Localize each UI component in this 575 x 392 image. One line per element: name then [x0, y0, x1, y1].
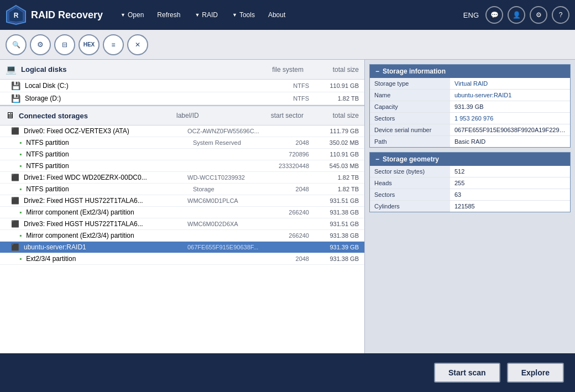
- close-toolbar-btn[interactable]: ✕: [127, 34, 148, 55]
- drive1-size: 1.82 TB: [309, 174, 359, 181]
- partition-icon: ▪: [19, 232, 22, 239]
- drive-icon: ⬛: [11, 220, 19, 228]
- drive0-part1[interactable]: ▪ NTFS partition 720896 110.91 GB: [0, 149, 364, 160]
- part-size: 350.02 MB: [309, 139, 359, 146]
- settings-button[interactable]: ⚙: [530, 6, 547, 24]
- bottom-bar: Start scan Explore: [0, 353, 575, 392]
- account-button[interactable]: 👤: [508, 6, 525, 24]
- menu-raid[interactable]: ▼ RAID: [188, 8, 223, 22]
- close-icon: ✕: [135, 41, 140, 49]
- search-icon: 🔍: [12, 41, 20, 49]
- scan-icon: ⚙: [37, 40, 44, 49]
- drive0-part0[interactable]: ▪ NTFS partition System Reserved 2048 35…: [0, 137, 364, 149]
- connected-storages-header: 🖥 Connected storages label/ID start sect…: [0, 105, 364, 126]
- storage-geometry-header: − Storage geometry: [370, 153, 570, 166]
- raid1-row[interactable]: ⬛ ubuntu-server:RAID1 067FE655F915E90638…: [0, 242, 364, 253]
- drive3-row[interactable]: ⬛ Drive3: Fixed HGST HUS722T1TALA6... WM…: [0, 218, 364, 230]
- cylinders-value: 121585: [450, 201, 570, 212]
- list-toolbar-btn[interactable]: ≡: [103, 34, 124, 55]
- partition-icon: ▪: [19, 255, 22, 263]
- sector-size-value: 512: [450, 166, 570, 177]
- storage-type-label: Storage type: [370, 78, 450, 89]
- serial-row: Device serial number 067FE655F915E90638F…: [370, 124, 570, 136]
- part-size: 931.38 GB: [309, 209, 359, 216]
- storage-type-row: Storage type Virtual RAID: [370, 78, 570, 90]
- language-label: ENG: [463, 11, 479, 19]
- part-name: Ext2/3/4 partition: [26, 255, 193, 263]
- help-button[interactable]: ?: [552, 6, 569, 24]
- partition-icon: ▪: [19, 208, 22, 216]
- part-size: 1.82 TB: [309, 186, 359, 192]
- capacity-row: Capacity 931.39 GB: [370, 101, 570, 113]
- drive3-part0[interactable]: ▪ Mirror component (Ext2/3/4) partition …: [0, 230, 364, 242]
- partition-icon: ▪: [19, 185, 22, 193]
- drive0-label: OCZ-AWNZ0FW55696C...: [187, 128, 259, 134]
- logical-disk-c[interactable]: 💾 Local Disk (C:) NTFS 110.91 GB: [0, 80, 364, 92]
- part-size: 931.38 GB: [309, 255, 359, 262]
- logical-disks-title: Logical disks: [21, 65, 259, 74]
- path-value: Basic RAID: [450, 136, 570, 147]
- storage-info-section: − Storage information Storage type Virtu…: [369, 64, 571, 148]
- app-title: RAID Recovery: [31, 9, 103, 21]
- heads-row: Heads 255: [370, 177, 570, 189]
- hex-icon: HEX: [83, 41, 95, 48]
- drive1-row[interactable]: ⬛ Drive1: Fixed WDC WD20EZRX-00DC0... WD…: [0, 172, 364, 184]
- toolbar: 🔍 ⚙ ⊟ HEX ≡ ✕: [0, 30, 575, 60]
- menu-about[interactable]: About: [263, 8, 291, 22]
- search-toolbar-btn[interactable]: 🔍: [6, 34, 27, 55]
- sectors-geom-row: Sectors 63: [370, 189, 570, 201]
- col-start-header: start sector: [254, 112, 304, 119]
- menu-tools[interactable]: ▼ Tools: [226, 8, 260, 22]
- list-icon: ≡: [111, 41, 115, 49]
- sector-size-label: Sector size (bytes): [370, 166, 450, 177]
- settings-icon: ⚙: [536, 11, 542, 19]
- app-logo-icon: R: [6, 4, 27, 25]
- heads-value: 255: [450, 177, 570, 189]
- drive-icon: ⬛: [11, 197, 19, 205]
- help-icon: ?: [559, 11, 563, 19]
- part-size: 545.03 MB: [309, 163, 359, 169]
- start-scan-button[interactable]: Start scan: [434, 363, 500, 383]
- part-start: 2048: [259, 139, 309, 146]
- logical-disks-icon: 💻: [6, 64, 17, 75]
- drive2-row[interactable]: ⬛ Drive2: Fixed HGST HUS722T1TALA6... WM…: [0, 195, 364, 207]
- drive0-part2[interactable]: ▪ NTFS partition 233320448 545.03 MB: [0, 160, 364, 172]
- logo-area: R RAID Recovery: [6, 4, 103, 25]
- partition-icon: ⊟: [62, 41, 67, 49]
- drive3-size: 931.51 GB: [309, 221, 359, 227]
- drive2-part0[interactable]: ▪ Mirror component (Ext2/3/4) partition …: [0, 207, 364, 218]
- drive0-row[interactable]: ⬛ Drive0: Fixed OCZ-VERTEX3 (ATA) OCZ-AW…: [0, 126, 364, 137]
- part-start: 2048: [259, 186, 309, 192]
- storages-icon: 🖥: [6, 111, 14, 121]
- menu-open[interactable]: ▼ Open: [114, 8, 149, 22]
- storage-type-value: Virtual RAID: [450, 78, 570, 89]
- part-start: 2048: [259, 255, 309, 262]
- partition-toolbar-btn[interactable]: ⊟: [54, 34, 75, 55]
- drive3-label: WMC6M0D2D6XA: [187, 221, 259, 227]
- part-start: 266240: [259, 209, 309, 216]
- menu-refresh[interactable]: Refresh: [151, 8, 186, 22]
- drive1-part0[interactable]: ▪ NTFS partition Storage 2048 1.82 TB: [0, 184, 364, 195]
- raid1-part0[interactable]: ▪ Ext2/3/4 partition 2048 931.38 GB: [0, 253, 364, 265]
- hex-toolbar-btn[interactable]: HEX: [79, 34, 100, 55]
- account-icon: 👤: [513, 11, 521, 19]
- disk-name: Storage (D:): [25, 95, 265, 102]
- messages-button[interactable]: 💬: [485, 6, 503, 24]
- partition-icon: ▪: [19, 150, 22, 158]
- logical-disk-d[interactable]: 💾 Storage (D:) NTFS 1.82 TB: [0, 92, 364, 105]
- explore-button[interactable]: Explore: [507, 363, 564, 383]
- disk-size: 110.91 GB: [309, 82, 359, 89]
- logical-disks-header: 💻 Logical disks file system total size: [0, 60, 364, 80]
- raid1-name: ubuntu-server:RAID1: [24, 243, 187, 251]
- part-name: NTFS partition: [26, 139, 193, 147]
- disk-size: 1.82 TB: [309, 95, 359, 102]
- path-label: Path: [370, 136, 450, 147]
- sectors-row: Sectors 1 953 260 976: [370, 113, 570, 124]
- part-label: System Reserved: [193, 139, 259, 146]
- drive-icon: ⬛: [11, 174, 19, 181]
- partition-icon: ▪: [19, 139, 22, 147]
- sectors-geom-label: Sectors: [370, 189, 450, 200]
- scan-toolbar-btn[interactable]: ⚙: [30, 34, 51, 55]
- sectors-geom-value: 63: [450, 189, 570, 200]
- storage-geometry-title: Storage geometry: [383, 155, 439, 163]
